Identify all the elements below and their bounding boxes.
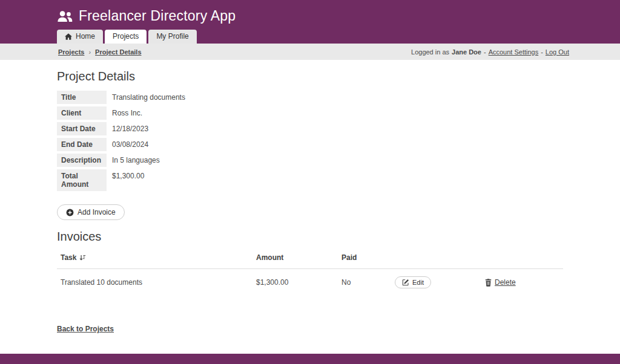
- detail-value: Translating documents: [107, 91, 185, 104]
- breadcrumb-bar: Projects › Project Details Logged in as …: [0, 44, 620, 60]
- sort-icon[interactable]: [79, 255, 86, 261]
- users-icon: [57, 11, 73, 22]
- tab-my-profile-label: My Profile: [156, 32, 188, 41]
- invoices-table-header: Task Amount Paid: [57, 244, 563, 269]
- tab-projects[interactable]: Projects: [105, 30, 147, 44]
- detail-value: 12/18/2023: [107, 122, 148, 135]
- delete-link-label: Delete: [495, 278, 516, 287]
- plus-circle-icon: [66, 209, 74, 216]
- invoice-row: Translated 10 documents $1,300.00 No Edi…: [57, 269, 563, 290]
- breadcrumb-projects-link[interactable]: Projects: [58, 48, 84, 56]
- footer-bar: [0, 354, 620, 364]
- detail-row-description: Description In 5 languages: [57, 154, 620, 167]
- tab-projects-label: Projects: [113, 32, 139, 41]
- breadcrumb-separator-icon: ›: [88, 48, 91, 56]
- page-title: Project Details: [57, 70, 620, 83]
- main-content: Project Details Title Translating docume…: [0, 60, 620, 334]
- app-brand: Freelancer Directory App: [0, 0, 620, 24]
- task-column-label: Task: [61, 253, 76, 262]
- session-info: Logged in as Jane Doe - Account Settings…: [411, 48, 569, 56]
- detail-row-client: Client Ross Inc.: [57, 106, 620, 120]
- account-settings-link[interactable]: Account Settings: [489, 48, 539, 56]
- invoice-task-cell: Translated 10 documents: [61, 278, 256, 287]
- logged-in-user: Jane Doe: [452, 48, 481, 56]
- detail-value: In 5 languages: [107, 154, 160, 167]
- edit-button-label: Edit: [412, 279, 424, 286]
- log-out-link[interactable]: Log Out: [546, 48, 569, 56]
- column-header-paid: Paid: [341, 253, 395, 262]
- invoices-table: Task Amount Paid Translated 10 documents…: [57, 244, 563, 290]
- detail-label: Description: [57, 154, 107, 167]
- app-header: Freelancer Directory App Home Projects M…: [0, 0, 620, 44]
- invoice-paid-cell: No: [341, 278, 395, 287]
- detail-label: Total Amount: [57, 169, 107, 191]
- detail-row-title: Title Translating documents: [57, 91, 620, 104]
- detail-value: 03/08/2024: [107, 138, 148, 151]
- column-header-task[interactable]: Task: [61, 253, 256, 262]
- edit-invoice-button[interactable]: Edit: [395, 276, 431, 288]
- detail-row-start-date: Start Date 12/18/2023: [57, 122, 620, 135]
- tab-home-label: Home: [76, 32, 95, 41]
- home-icon: [65, 33, 72, 40]
- back-to-projects-link[interactable]: Back to Projects: [57, 325, 114, 333]
- tab-my-profile[interactable]: My Profile: [148, 30, 196, 44]
- column-header-amount: Amount: [256, 253, 341, 262]
- logged-in-prefix: Logged in as: [411, 48, 449, 56]
- breadcrumb-project-details-link[interactable]: Project Details: [95, 48, 141, 56]
- detail-value: Ross Inc.: [107, 106, 142, 120]
- session-separator: -: [541, 48, 543, 56]
- detail-label: Title: [57, 91, 107, 104]
- detail-row-end-date: End Date 03/08/2024: [57, 138, 620, 151]
- session-separator: -: [484, 48, 486, 56]
- app-title: Freelancer Directory App: [79, 8, 236, 24]
- detail-label: Start Date: [57, 122, 107, 135]
- trash-icon: [485, 279, 492, 287]
- invoices-heading: Invoices: [57, 230, 620, 244]
- breadcrumb: Projects › Project Details: [58, 48, 142, 56]
- detail-row-total-amount: Total Amount $1,300.00: [57, 169, 620, 191]
- detail-value: $1,300.00: [107, 169, 144, 191]
- detail-label: Client: [57, 106, 107, 120]
- tab-bar: Home Projects My Profile: [57, 30, 197, 44]
- detail-label: End Date: [57, 138, 107, 151]
- edit-icon: [402, 279, 409, 286]
- project-details-table: Title Translating documents Client Ross …: [57, 91, 620, 191]
- add-invoice-label: Add Invoice: [78, 208, 116, 216]
- invoice-amount-cell: $1,300.00: [256, 278, 341, 287]
- tab-home[interactable]: Home: [57, 30, 103, 44]
- delete-invoice-link[interactable]: Delete: [485, 278, 516, 287]
- add-invoice-button[interactable]: Add Invoice: [57, 204, 125, 220]
